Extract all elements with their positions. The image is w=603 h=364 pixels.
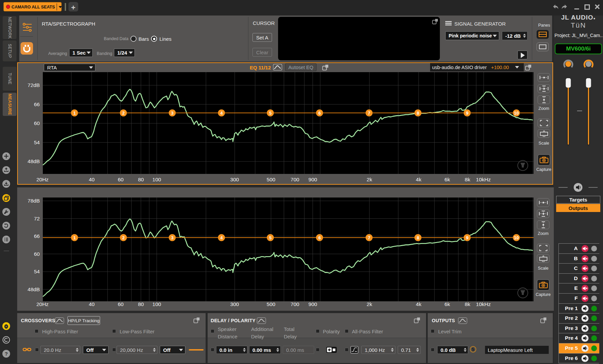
svg-text:20Hz: 20Hz (36, 301, 49, 307)
svg-text:8k: 8k (465, 177, 471, 182)
svg-text:1: 1 (73, 235, 76, 240)
svg-text:3: 3 (171, 111, 173, 116)
svg-text:66: 66 (34, 101, 40, 107)
svg-text:78dB: 78dB (28, 198, 40, 204)
svg-text:10: 10 (514, 111, 519, 116)
svg-text:700: 700 (291, 301, 299, 307)
svg-text:60: 60 (34, 251, 40, 257)
svg-text:40: 40 (89, 177, 95, 182)
svg-text:4: 4 (220, 111, 223, 116)
svg-text:7: 7 (368, 111, 370, 116)
svg-text:80: 80 (138, 177, 144, 182)
svg-text:500: 500 (267, 177, 275, 182)
svg-text:6k: 6k (445, 177, 450, 182)
svg-text:54: 54 (34, 140, 40, 145)
svg-text:10kHz: 10kHz (476, 177, 491, 182)
svg-text:54: 54 (34, 269, 40, 274)
svg-text:4k: 4k (416, 177, 422, 182)
svg-text:8: 8 (417, 235, 419, 240)
svg-text:300: 300 (230, 177, 239, 182)
svg-text:6k: 6k (445, 301, 450, 307)
svg-text:60: 60 (118, 301, 124, 307)
svg-text:6: 6 (318, 235, 321, 240)
svg-text:3: 3 (171, 235, 173, 240)
svg-text:300: 300 (230, 301, 239, 307)
svg-text:80: 80 (138, 301, 144, 307)
svg-text:8k: 8k (465, 301, 471, 307)
svg-text:72dB: 72dB (28, 82, 40, 88)
svg-text:48dB: 48dB (28, 286, 40, 292)
svg-text:9: 9 (466, 235, 468, 240)
svg-text:700: 700 (291, 177, 299, 182)
svg-text:2k: 2k (367, 177, 372, 182)
svg-text:5: 5 (269, 111, 271, 116)
svg-text:1: 1 (73, 111, 76, 116)
svg-text:72: 72 (34, 216, 40, 221)
svg-text:60: 60 (34, 120, 40, 126)
svg-text:10: 10 (514, 235, 519, 240)
svg-text:2: 2 (122, 235, 124, 240)
svg-text:9: 9 (466, 111, 468, 116)
svg-text:4k: 4k (416, 301, 422, 307)
svg-text:900: 900 (308, 177, 317, 182)
svg-text:10kHz: 10kHz (476, 301, 491, 307)
svg-text:2: 2 (122, 111, 124, 116)
svg-text:100: 100 (152, 177, 161, 182)
svg-text:66: 66 (34, 233, 40, 239)
svg-text:60: 60 (118, 177, 124, 182)
svg-text:8: 8 (417, 111, 419, 116)
svg-text:2k: 2k (367, 301, 372, 307)
svg-text:6: 6 (318, 111, 321, 116)
svg-text:5: 5 (269, 235, 271, 240)
svg-text:900: 900 (308, 301, 317, 307)
svg-text:100: 100 (152, 301, 161, 307)
svg-text:7: 7 (368, 235, 370, 240)
svg-text:40: 40 (89, 301, 95, 307)
svg-text:48dB: 48dB (28, 158, 40, 164)
svg-text:20Hz: 20Hz (36, 177, 49, 182)
svg-text:4: 4 (220, 235, 223, 240)
svg-text:500: 500 (267, 301, 275, 307)
